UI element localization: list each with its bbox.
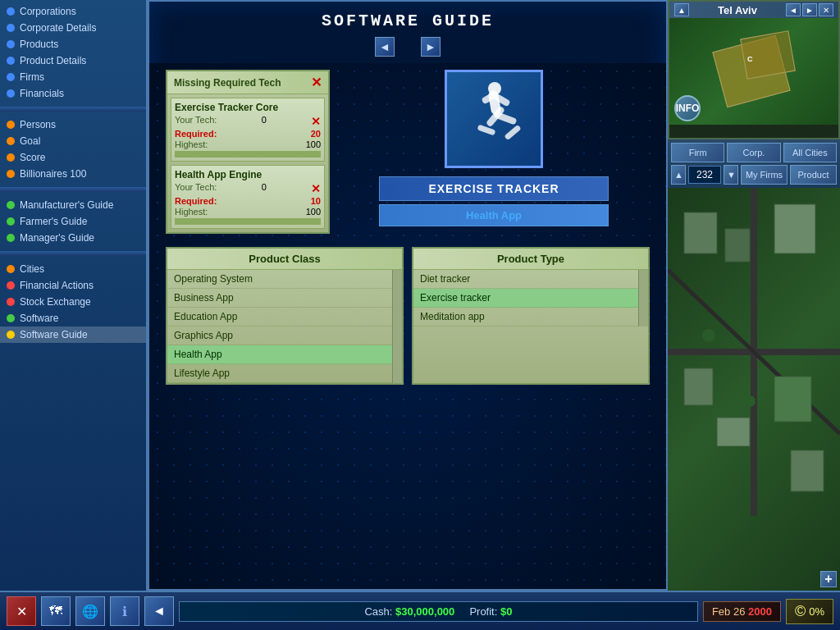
sidebar-item-product-details[interactable]: Product Details [0,52,146,69]
sidebar-item-stock-exchange[interactable]: Stock Exchange [0,294,146,310]
tech-bar-container [175,151,321,158]
sidebar-item-firms[interactable]: Firms [0,69,146,85]
dot-icon [7,201,15,209]
bottom-bar: ✕ 🗺 🌐 ℹ ◄ Cash: $30,000,000 Profit: $0 F… [0,591,840,630]
sidebar: Corporations Corporate Details Products … [0,0,148,591]
sidebar-label: Software [20,313,58,324]
sidebar-item-software-guide[interactable]: Software Guide [0,326,146,343]
corp-button[interactable]: Corp. [727,143,780,162]
highest-value: 100 [306,139,321,149]
info-button[interactable]: ℹ [110,596,139,626]
content-area: Missing Required Tech ✕ Exercise Tracker… [149,63,666,589]
next-arrow[interactable]: ► [421,37,441,57]
sidebar-item-financials[interactable]: Financials [0,85,146,102]
navigation-arrows: ◄ ► [375,37,441,57]
sidebar-label: Financial Actions [20,280,94,291]
svg-rect-5 [774,204,815,253]
close-button[interactable]: ✕ [7,596,36,626]
sidebar-section-misc: Cities Financial Actions Stock Exchange … [0,258,146,346]
all-cities-button[interactable]: All Cities [783,143,837,162]
sidebar-label: Score [20,152,45,163]
sidebar-item-farmer-guide[interactable]: Farmer's Guide [0,213,146,230]
minimap-prev[interactable]: ◄ [786,3,801,16]
my-firms-button[interactable]: My Firms [741,165,788,185]
svg-rect-8 [717,418,750,446]
scroll-down-button[interactable]: ▼ [724,165,738,185]
back-button[interactable]: ◄ [144,596,174,626]
info-button[interactable]: INFO [674,95,701,121]
sidebar-item-products[interactable]: Products [0,36,146,52]
profit-label: Profit: [469,605,497,618]
table-row[interactable]: Lifestyle App [167,364,392,383]
sidebar-label: Manager's Guide [20,232,94,244]
tech-stat-row: Your Tech: 0 ✕ [175,182,321,195]
nav-row2: ▲ 232 ▼ My Firms Product [671,165,837,185]
dot-icon [7,89,15,98]
tech-header-x-icon: ✕ [311,75,322,90]
sidebar-item-software[interactable]: Software [0,310,146,326]
product-class-scrollbar[interactable] [392,270,402,383]
required-label: Required: [175,129,217,139]
firm-button[interactable]: Firm [671,143,724,162]
minimap-scroll-up[interactable]: ▲ [674,3,689,16]
tech-stat-row: Highest: 100 [175,139,321,149]
scroll-up-button[interactable]: ▲ [671,165,686,185]
sidebar-item-billionaires[interactable]: Billionaires 100 [0,166,146,182]
product-subname-button[interactable]: Health App [379,204,609,226]
highest-label: Highest: [175,139,208,149]
table-row[interactable]: Business App [167,289,392,308]
table-row[interactable]: Meditation app [413,308,638,326]
product-type-scrollbar[interactable] [638,270,648,326]
product-button[interactable]: Product [790,165,837,185]
sidebar-item-goal[interactable]: Goal [0,133,146,149]
sidebar-divider [0,251,146,256]
highest-value: 100 [306,207,321,217]
add-button[interactable]: + [820,571,837,587]
table-row-selected[interactable]: Exercise tracker [413,289,638,308]
tech-bar-container [175,218,321,225]
minimap-close[interactable]: ✕ [819,3,833,16]
table-row[interactable]: Operating System [167,270,392,289]
sidebar-label: Stock Exchange [20,296,91,308]
dot-icon [7,234,15,242]
sidebar-item-corporations[interactable]: Corporations [0,3,146,20]
sidebar-item-cities[interactable]: Cities [0,261,146,277]
sidebar-item-financial-actions[interactable]: Financial Actions [0,277,146,294]
sidebar-item-manager-guide[interactable]: Manager's Guide [0,230,146,246]
dot-icon [7,153,15,162]
sidebar-item-persons[interactable]: Persons [0,116,146,133]
your-tech-value: 0 [262,115,267,128]
prev-arrow[interactable]: ◄ [375,37,395,57]
runner-shin-front [504,125,521,141]
minimap-title-bar: ▲ Tel Aviv ◄ ► ✕ [669,2,838,18]
sidebar-item-manufacturer-guide[interactable]: Manufacturer's Guide [0,197,146,213]
dot-icon [7,121,15,129]
map-button[interactable]: 🗺 [41,596,71,626]
main-panel: SOFTWARE GUIDE ◄ ► Missing Required Tech… [148,0,668,591]
table-row[interactable]: Diet tracker [413,270,638,289]
sidebar-section-persons: Persons Goal Score Billionaires 100 [0,113,146,185]
minimap-map[interactable]: C INFO [669,18,838,125]
sidebar-section-guides: Manufacturer's Guide Farmer's Guide Mana… [0,194,146,249]
tech-requirements-panel: Missing Required Tech ✕ Exercise Tracker… [166,70,330,234]
sidebar-item-corporate-details[interactable]: Corporate Details [0,20,146,36]
product-class-list: Operating System Business App Education … [167,270,392,383]
globe-button[interactable]: 🌐 [75,596,105,626]
minimap-city-name: Tel Aviv [718,4,757,16]
rating-value: 0% [809,605,824,618]
svg-point-11 [794,331,804,340]
product-class-panel: Product Class Operating System Business … [166,247,404,385]
rating-display[interactable]: © 0% [786,599,833,624]
tech-item-name: Exercise Tracker Core [175,102,321,113]
cash-display: Cash: $30,000,000 Profit: $0 [179,601,698,622]
table-row[interactable]: Graphics App [167,326,392,345]
svg-rect-4 [725,229,750,262]
minimap-next[interactable]: ► [802,3,817,16]
product-image [445,70,543,168]
table-row[interactable]: Education App [167,308,392,326]
product-type-table-inner: Diet tracker Exercise tracker Meditation… [413,270,648,326]
table-row-selected[interactable]: Health App [167,345,392,364]
city-svg [668,188,840,516]
product-image-panel: EXERCISE TRACKER Health App [338,70,650,234]
sidebar-item-score[interactable]: Score [0,149,146,166]
